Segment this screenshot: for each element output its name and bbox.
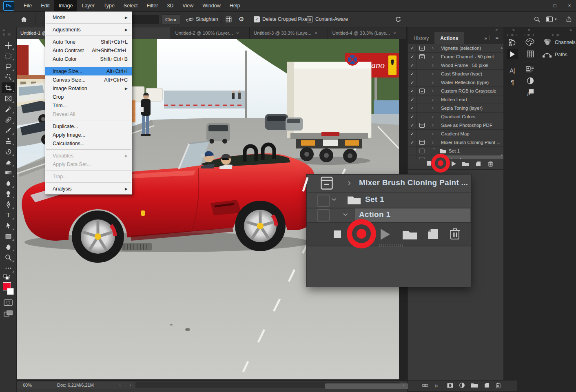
maximize-button[interactable]: □ [552,3,558,9]
swap-colors-icon[interactable] [3,274,11,282]
lasso-tool[interactable] [2,61,15,72]
panel-tab-history[interactable]: History [408,32,434,44]
menu-item-reveal-all[interactable]: Reveal All [45,110,132,118]
actions-panel-icon[interactable] [507,49,518,59]
expand-chevron-icon[interactable]: › [427,71,439,77]
play-button[interactable] [451,161,456,168]
stop-button[interactable] [334,230,341,239]
action-row[interactable]: ✓ › Water Reflection (type) [408,78,503,87]
folder-icon[interactable] [471,383,478,389]
adjustments-panel-icon[interactable] [525,76,535,86]
delete-cropped-pixels-checkbox[interactable]: ✓ Delete Cropped Pixels [254,11,311,27]
dialog-toggle-icon[interactable] [417,87,427,95]
background-color-swatch[interactable] [7,288,14,295]
record-button[interactable] [357,229,366,239]
marquee-tool[interactable] [2,51,15,61]
menu-item-calculations[interactable]: Calculations... [45,139,132,148]
hand-tool[interactable] [2,241,15,252]
menubar-item-3d[interactable]: 3D [162,0,178,11]
search-icon[interactable] [534,11,541,27]
content-aware-checkbox[interactable]: Content-Aware [307,11,348,27]
document-tab-4[interactable]: Untitled-4 @ 33,3% (Laye...× [328,27,407,39]
dialog-toggle-icon[interactable] [417,53,427,61]
include-checkbox[interactable] [317,195,330,207]
expand-chevron-icon[interactable]: › [427,62,439,68]
menu-item-auto-contrast[interactable]: Auto ContrastAlt+Shift+Ctrl+L [45,46,132,55]
workspace-switcher-icon[interactable]: ▾ [546,11,557,27]
collapse-column-icon[interactable]: « [528,27,530,32]
column-grip[interactable] [525,34,534,36]
column-grip[interactable] [552,34,561,36]
mask-icon[interactable] [447,383,453,389]
scroll-left-icon[interactable]: ‹ [130,383,131,388]
fx-icon[interactable]: fx [434,383,441,390]
type-tool[interactable]: T [2,210,15,220]
menu-item-image-size[interactable]: Image Size...Alt+Ctrl+I [45,67,132,75]
paragraph-panel-icon[interactable]: ¶ [507,78,517,86]
menubar-item-edit[interactable]: Edit [36,0,54,11]
magic-wand-tool[interactable] [2,72,15,82]
dialog-toggle-empty[interactable] [417,95,427,104]
clear-button[interactable]: Clear [162,14,180,24]
menubar-item-layer[interactable]: Layer [77,0,99,11]
menubar-item-view[interactable]: View [178,0,198,11]
color-panel-icon[interactable] [525,38,535,47]
collapse-chevron-icon[interactable]: › [431,148,437,154]
close-icon[interactable]: × [315,31,317,35]
dialog-toggle-empty[interactable] [417,70,427,78]
history-brush-tool[interactable] [2,146,15,157]
trash-icon[interactable] [496,383,501,390]
collapse-panel-icon[interactable]: » [495,27,498,32]
action-row[interactable]: ✓ › Vignette (selection) [408,44,503,53]
new-set-folder-button[interactable] [402,229,417,241]
check-icon[interactable]: ✓ [408,113,417,121]
check-icon[interactable]: ✓ [408,78,417,86]
panel-resize-grip[interactable] [379,244,404,247]
more-tool[interactable] [2,263,15,273]
menu-item-auto-tone[interactable]: Auto ToneShift+Ctrl+L [45,38,132,46]
record-highlight-circle[interactable] [431,154,450,173]
minimize-button[interactable]: – [537,3,543,9]
menu-item-trap[interactable]: Trap... [45,172,132,181]
blur-tool[interactable] [2,178,15,188]
new-action-button[interactable] [428,228,439,241]
expand-chevron-icon[interactable]: › [427,131,439,137]
dialog-toggle-empty[interactable] [417,147,427,155]
panel-expand-icon[interactable]: » [484,35,487,41]
set-row[interactable]: › Set 1 [408,147,503,155]
dialog-toggle-empty[interactable] [417,61,427,69]
reset-icon[interactable] [395,11,402,27]
expand-chevron-icon[interactable]: › [427,97,439,102]
menu-item-apply-data-set[interactable]: Apply Data Set... [45,160,132,168]
action-row[interactable]: ✓ › Save as Photoshop PDF [408,121,503,130]
brush-tool[interactable] [2,125,15,135]
scroll-right-icon[interactable]: › [403,383,404,388]
expand-chevron-icon[interactable]: › [427,140,439,145]
channels-label[interactable]: Channels [555,40,576,45]
doc-size-info[interactable]: Doc: 6,21M/6,21M [57,383,94,388]
menu-item-apply-image[interactable]: Apply Image... [45,131,132,139]
trash-button[interactable] [450,228,460,241]
crop-ratio-input[interactable] [130,15,159,24]
history-panel-icon[interactable] [507,38,517,47]
expand-chevron-icon[interactable]: › [427,122,439,128]
path-select-tool[interactable] [2,220,15,231]
inset-action-row[interactable]: › Action 1 [307,208,471,223]
eraser-tool[interactable] [2,157,15,167]
check-icon[interactable]: ✓ [408,61,417,69]
close-icon[interactable]: × [393,31,396,35]
menu-item-adjustments[interactable]: Adjustments▶ [45,25,132,34]
menu-item-canvas-size[interactable]: Canvas Size...Alt+Ctrl+C [45,75,132,84]
record-highlight-circle-inset[interactable] [347,219,376,248]
expand-chevron-icon[interactable]: › [348,178,351,188]
expand-chevron-icon[interactable]: › [427,45,439,51]
check-icon[interactable]: ✓ [408,44,417,52]
check-icon[interactable]: ✓ [408,104,417,112]
check-icon[interactable]: ✓ [408,53,417,61]
dialog-toggle-empty[interactable] [417,130,427,138]
check-icon[interactable]: ✓ [408,121,417,129]
menubar-item-type[interactable]: Type [99,0,119,11]
gradient-tool[interactable] [2,167,15,178]
crop-tool[interactable] [2,82,15,93]
trash-button[interactable] [488,161,493,168]
